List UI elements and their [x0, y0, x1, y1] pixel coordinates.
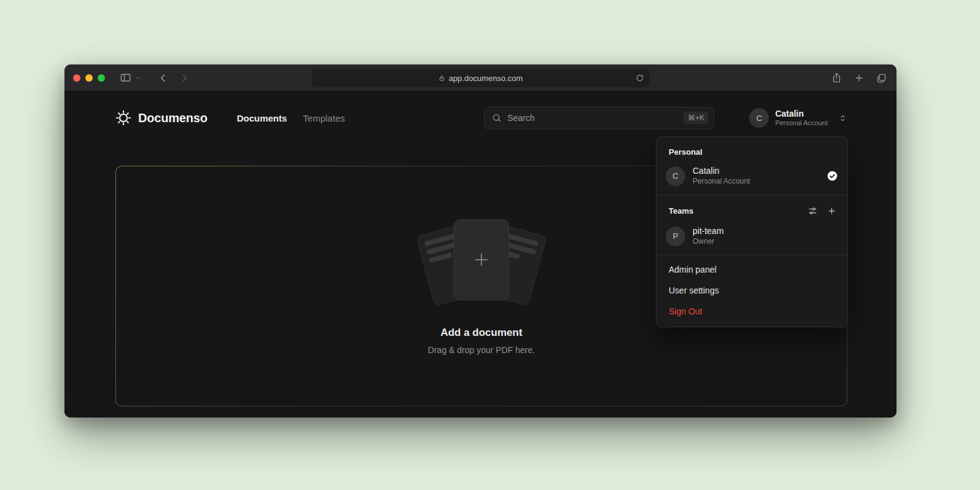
app-header: Documenso Documents Templates Search ⌘+K… — [115, 106, 847, 130]
avatar: P — [666, 227, 685, 246]
divider — [656, 195, 847, 195]
browser-window: app.documenso.com — [64, 64, 896, 418]
window-controls — [73, 74, 105, 82]
sidebar-controls — [120, 72, 141, 84]
search-placeholder: Search — [507, 113, 678, 123]
teams-section-header: Teams — [656, 199, 847, 221]
close-window-button[interactable] — [73, 74, 80, 82]
chevron-down-icon[interactable] — [135, 75, 141, 81]
avatar: C — [666, 166, 685, 186]
dropzone-subtitle: Drag & drop your PDF here. — [428, 345, 535, 355]
history-navigation — [158, 73, 189, 83]
zoom-window-button[interactable] — [98, 74, 105, 82]
personal-account-name: Catalin — [693, 166, 750, 176]
check-circle-icon — [827, 171, 838, 181]
account-dropdown-menu: Personal C Catalin Personal Account Team… — [656, 136, 848, 327]
search-input[interactable]: Search ⌘+K — [484, 107, 714, 130]
menu-item-admin-panel[interactable]: Admin panel — [656, 259, 847, 280]
menu-item-user-settings[interactable]: User settings — [656, 280, 847, 301]
team-row[interactable]: P pit-team Owner — [656, 221, 847, 251]
forward-icon[interactable] — [179, 73, 189, 83]
refresh-icon[interactable] — [636, 74, 644, 82]
browser-toolbar: app.documenso.com — [64, 64, 896, 91]
documenso-page: Documenso Documents Templates Search ⌘+K… — [64, 91, 896, 418]
account-name: Catalin — [775, 109, 828, 119]
account-type: Personal Account — [775, 119, 828, 127]
personal-account-type: Personal Account — [693, 177, 750, 186]
chevrons-up-down-icon — [839, 114, 847, 122]
back-icon[interactable] — [158, 73, 168, 83]
tabs-overview-icon[interactable] — [876, 73, 887, 84]
brand[interactable]: Documenso — [115, 110, 208, 126]
team-name: pit-team — [693, 226, 724, 236]
address-bar[interactable]: app.documenso.com — [312, 69, 650, 87]
account-text: Catalin Personal Account — [775, 109, 828, 127]
search-icon — [492, 113, 502, 123]
teams-section-label: Teams — [669, 206, 807, 216]
personal-section-label: Personal — [656, 141, 847, 161]
minimize-window-button[interactable] — [85, 74, 93, 82]
plus-icon — [472, 251, 491, 269]
team-text: pit-team Owner — [693, 226, 724, 246]
avatar: C — [749, 108, 769, 128]
url-text: app.documenso.com — [449, 74, 523, 83]
share-icon[interactable] — [831, 72, 842, 84]
menu-item-sign-out[interactable]: Sign Out — [656, 301, 847, 322]
toolbar-right-controls — [831, 64, 887, 91]
sidebar-toggle-icon[interactable] — [120, 72, 131, 84]
personal-account-row[interactable]: C Catalin Personal Account — [656, 161, 847, 191]
document-card-center — [454, 219, 509, 300]
add-team-plus-icon[interactable] — [826, 205, 838, 217]
document-cards-icon — [417, 217, 546, 311]
divider — [656, 255, 847, 255]
dropzone-title: Add a document — [440, 327, 522, 339]
account-menu-button[interactable]: C Catalin Personal Account — [749, 108, 847, 128]
team-settings-sliders-icon[interactable] — [807, 205, 819, 217]
new-tab-icon[interactable] — [854, 73, 864, 83]
nav-templates[interactable]: Templates — [303, 113, 344, 123]
documenso-logo-icon — [115, 110, 131, 126]
personal-account-text: Catalin Personal Account — [693, 166, 750, 186]
search-shortcut-badge: ⌘+K — [683, 112, 709, 124]
nav-documents[interactable]: Documents — [237, 113, 287, 123]
brand-name: Documenso — [138, 111, 208, 125]
main-nav: Documents Templates — [237, 113, 345, 123]
lock-icon — [438, 75, 445, 82]
team-role: Owner — [693, 237, 724, 246]
